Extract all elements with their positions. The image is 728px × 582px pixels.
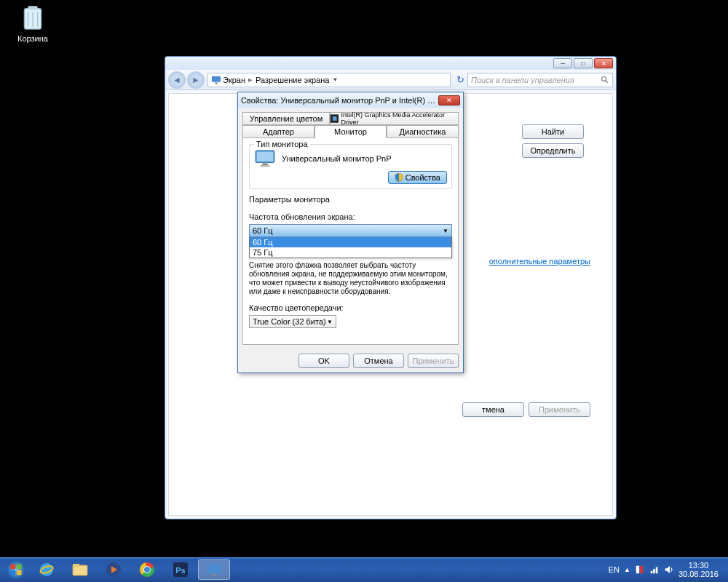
svg-rect-1 [28, 6, 37, 9]
svg-rect-38 [653, 569, 655, 573]
chevron-down-icon: ▼ [443, 228, 448, 234]
svg-marker-40 [665, 566, 670, 574]
taskbar-media-player[interactable] [98, 559, 130, 580]
svg-rect-14 [261, 165, 270, 167]
find-button[interactable]: Найти [522, 124, 584, 139]
network-icon[interactable] [649, 565, 660, 575]
svg-point-15 [7, 560, 25, 579]
svg-rect-35 [636, 566, 639, 574]
svg-line-8 [606, 80, 608, 82]
properties-dialog: Свойства: Универсальный монитор PnP и In… [237, 92, 464, 373]
taskbar-ie[interactable] [31, 559, 63, 580]
taskbar: Ps EN ▲ 13:30 30.08.2016 [0, 557, 728, 582]
svg-rect-5 [212, 76, 221, 81]
tab-monitor[interactable]: Монитор [314, 125, 387, 138]
color-quality-combobox[interactable]: True Color (32 бита) ▼ [249, 315, 336, 328]
maximize-button[interactable]: □ [574, 58, 593, 68]
refresh-button[interactable]: ↻ [453, 74, 467, 85]
identify-button[interactable]: Определить [522, 143, 584, 158]
cp-cancel-button[interactable]: тмена [462, 402, 524, 417]
tab-adapter[interactable]: Адаптер [242, 125, 314, 138]
taskbar-explorer[interactable] [64, 559, 96, 580]
breadcrumb-root[interactable]: Экран [223, 76, 245, 84]
system-tray: EN ▲ 13:30 30.08.2016 [609, 561, 726, 578]
search-input[interactable]: Поиск в панели управления [467, 73, 613, 87]
chevron-down-icon: ▼ [327, 319, 333, 325]
refresh-rate-dropdown: 60 Гц 75 Гц [249, 236, 452, 258]
refresh-option-75[interactable]: 75 Гц [250, 247, 451, 258]
search-icon [601, 76, 609, 84]
svg-text:Ps: Ps [175, 566, 185, 575]
advanced-settings-link[interactable]: ополнительные параметры [489, 257, 590, 266]
recycle-bin-label: Корзина [11, 34, 55, 43]
svg-rect-19 [17, 570, 22, 575]
language-indicator[interactable]: EN [609, 565, 620, 574]
refresh-rate-combobox[interactable]: 60 Гц ▼ [249, 224, 452, 237]
tray-up-icon[interactable]: ▲ [624, 566, 630, 573]
taskbar-active-app[interactable] [198, 559, 230, 580]
refresh-rate-label: Частота обновления экрана: [249, 212, 452, 221]
monitor-type-group: Тип монитора Универсальный монитор PnP С… [249, 144, 452, 189]
recycle-bin-icon[interactable]: Корзина [11, 4, 55, 43]
svg-rect-12 [257, 152, 273, 162]
dialog-titlebar[interactable]: Свойства: Универсальный монитор PnP и In… [238, 92, 463, 108]
dialog-cancel-button[interactable]: Отмена [353, 354, 404, 368]
nav-back-button[interactable]: ◄ [168, 71, 186, 89]
svg-rect-10 [333, 116, 337, 121]
shield-icon [395, 173, 403, 182]
svg-rect-34 [212, 574, 216, 575]
svg-rect-37 [651, 571, 653, 574]
params-label: Параметры монитора [249, 195, 452, 204]
clock[interactable]: 13:30 30.08.2016 [678, 561, 719, 578]
svg-rect-16 [11, 565, 16, 570]
monitor-type-label: Тип монитора [254, 140, 310, 148]
svg-rect-13 [262, 164, 267, 166]
clock-time: 13:30 [678, 561, 719, 570]
breadcrumb[interactable]: Экран ▸ Разрешение экрана ▼ [207, 73, 451, 87]
monitor-name: Универсальный монитор PnP [282, 154, 392, 163]
dialog-apply-button: Применить [408, 354, 459, 368]
nav-forward-button[interactable]: ► [187, 71, 205, 89]
display-icon [254, 149, 276, 168]
svg-rect-6 [215, 82, 218, 84]
monitor-icon [211, 75, 221, 85]
tab-color-management[interactable]: Управление цветом [242, 112, 330, 125]
tab-diagnostics[interactable]: Диагностика [387, 125, 459, 138]
svg-rect-36 [640, 566, 643, 574]
color-quality-label: Качество цветопередачи: [249, 303, 452, 312]
start-button[interactable] [2, 559, 30, 581]
monitor-params-group: Параметры монитора Частота обновления эк… [249, 195, 452, 328]
svg-point-30 [144, 567, 150, 573]
minimize-button[interactable]: ─ [553, 58, 572, 68]
cp-apply-button: Применить [529, 402, 590, 417]
monitor-properties-button[interactable]: Свойства [388, 171, 447, 184]
taskbar-chrome[interactable] [131, 559, 163, 580]
cp-titlebar[interactable]: ─ □ ✕ [165, 57, 616, 70]
svg-rect-22 [73, 565, 87, 575]
svg-rect-39 [656, 567, 658, 574]
svg-rect-17 [17, 565, 22, 570]
breadcrumb-current[interactable]: Разрешение экрана [256, 76, 329, 84]
intel-icon [331, 114, 339, 123]
taskbar-photoshop[interactable]: Ps [165, 559, 197, 580]
tab-intel-driver[interactable]: Intel(R) Graphics Media Accelerator Driv… [330, 112, 459, 125]
svg-rect-18 [11, 570, 16, 575]
svg-rect-23 [73, 564, 79, 567]
volume-icon[interactable] [664, 565, 674, 575]
refresh-note: Снятие этого флажка позволяет выбрать ча… [249, 261, 452, 296]
dialog-title: Свойства: Универсальный монитор PnP и In… [241, 96, 438, 105]
dialog-ok-button[interactable]: OK [298, 354, 349, 368]
svg-rect-33 [207, 565, 221, 573]
refresh-option-60[interactable]: 60 Гц [250, 237, 451, 247]
svg-point-7 [602, 76, 606, 81]
cp-navigation: ◄ ► Экран ▸ Разрешение экрана ▼ ↻ Поиск … [165, 70, 616, 90]
flag-icon[interactable] [635, 565, 645, 575]
search-placeholder: Поиск в панели управления [471, 76, 574, 84]
clock-date: 30.08.2016 [678, 570, 719, 578]
dialog-close-button[interactable]: ✕ [438, 95, 460, 105]
close-button[interactable]: ✕ [594, 58, 613, 68]
